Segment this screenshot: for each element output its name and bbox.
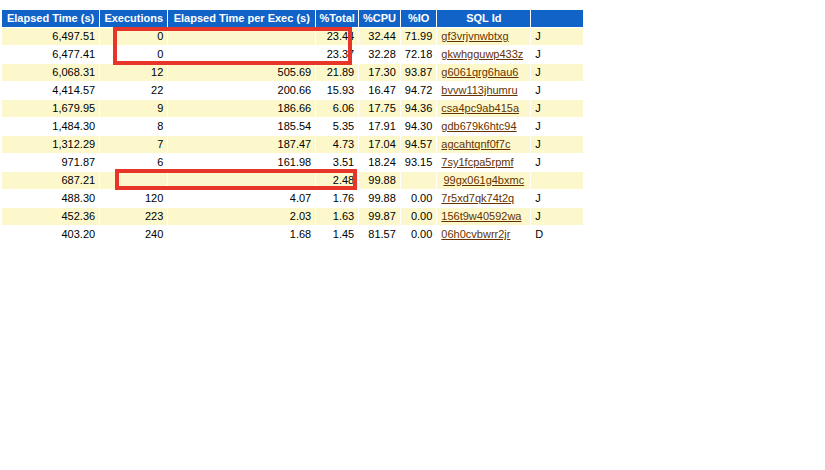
cell-elapsed-per-exec: 2.03 — [168, 208, 315, 225]
table-row: 1,484.308185.545.3517.9194.30gdb679k6htc… — [2, 118, 583, 135]
cell-elapsed-per-exec — [168, 28, 315, 45]
cell-module: J — [531, 118, 583, 135]
cell-pct-io: 93.87 — [401, 64, 437, 81]
sql-id-link[interactable]: gdb679k6htc94 — [441, 120, 516, 132]
cell-module: J — [531, 208, 583, 225]
table-row: 1,679.959186.666.0617.7594.36csa4pc9ab41… — [2, 100, 583, 117]
cell-pct-total: 1.63 — [316, 208, 358, 225]
cell-elapsed-per-exec: 187.47 — [168, 136, 315, 153]
cell-module: D — [531, 226, 583, 243]
cell-elapsed-time: 687.21 — [2, 172, 99, 189]
header-pct-cpu: %CPU — [359, 10, 400, 27]
cell-pct-io: 71.99 — [401, 28, 437, 45]
cell-module: J — [531, 28, 583, 45]
cell-pct-total: 23.44 — [316, 28, 358, 45]
cell-executions: 240 — [100, 226, 167, 243]
cell-executions: 7 — [100, 136, 167, 153]
cell-module: J — [531, 100, 583, 117]
cell-sql-id: g6061qrg6hau6 — [437, 64, 530, 81]
cell-pct-io: 93.15 — [401, 154, 437, 171]
cell-pct-io: 0.00 — [401, 226, 437, 243]
sql-id-link[interactable]: 7sy1fcpa5rpmf — [441, 156, 513, 168]
cell-elapsed-time: 1,484.30 — [2, 118, 99, 135]
cell-pct-cpu: 32.28 — [359, 46, 400, 63]
cell-module — [531, 172, 583, 189]
cell-pct-total: 5.35 — [316, 118, 358, 135]
cell-executions — [100, 172, 167, 189]
cell-pct-cpu: 18.24 — [359, 154, 400, 171]
cell-sql-id: 156t9w40592wa — [437, 208, 530, 225]
cell-elapsed-per-exec: 200.66 — [168, 82, 315, 99]
cell-elapsed-time: 4,414.57 — [2, 82, 99, 99]
cell-sql-id: agcahtqnf0f7c — [437, 136, 530, 153]
cell-pct-cpu: 16.47 — [359, 82, 400, 99]
cell-module: J — [531, 136, 583, 153]
table-row: 971.876161.983.5118.2493.157sy1fcpa5rpmf… — [2, 154, 583, 171]
cell-executions: 0 — [100, 46, 167, 63]
cell-sql-id: 7r5xd7qk74t2q — [437, 190, 530, 207]
header-elapsed-per-exec: Elapsed Time per Exec (s) — [168, 10, 315, 27]
cell-pct-io: 0.00 — [401, 208, 437, 225]
sql-id-link[interactable]: csa4pc9ab415a — [441, 102, 519, 114]
cell-executions: 22 — [100, 82, 167, 99]
sql-id-link[interactable]: g6061qrg6hau6 — [441, 66, 518, 78]
table-row: 687.212.4899.8899gx061g4bxmc — [2, 172, 583, 189]
cell-pct-total: 15.93 — [316, 82, 358, 99]
table-row: 452.362232.031.6399.870.00156t9w40592waJ — [2, 208, 583, 225]
cell-module: J — [531, 154, 583, 171]
cell-pct-io: 94.57 — [401, 136, 437, 153]
sql-id-link[interactable]: 06h0cvbwrr2jr — [441, 228, 510, 240]
cell-sql-id: gf3vrjvnwbtxg — [437, 28, 530, 45]
cell-sql-id: 7sy1fcpa5rpmf — [437, 154, 530, 171]
cell-pct-cpu: 99.87 — [359, 208, 400, 225]
sql-id-link[interactable]: 156t9w40592wa — [441, 210, 521, 222]
sql-id-link[interactable]: gkwhgguwp433z — [441, 48, 523, 60]
cell-sql-id: csa4pc9ab415a — [437, 100, 530, 117]
header-pct-total: %Total — [316, 10, 358, 27]
table-row: 1,312.297187.474.7317.0494.57agcahtqnf0f… — [2, 136, 583, 153]
cell-pct-total: 2.48 — [316, 172, 358, 189]
cell-elapsed-per-exec: 1.68 — [168, 226, 315, 243]
sql-id-link[interactable]: agcahtqnf0f7c — [441, 138, 510, 150]
cell-pct-cpu: 17.75 — [359, 100, 400, 117]
cell-sql-id: 06h0cvbwrr2jr — [437, 226, 530, 243]
cell-executions: 0 — [100, 28, 167, 45]
cell-pct-cpu: 99.88 — [359, 172, 400, 189]
cell-executions: 120 — [100, 190, 167, 207]
cell-pct-total: 4.73 — [316, 136, 358, 153]
cell-elapsed-time: 6,477.41 — [2, 46, 99, 63]
cell-pct-io: 94.72 — [401, 82, 437, 99]
cell-executions: 223 — [100, 208, 167, 225]
cell-sql-id: bvvw113jhumru — [437, 82, 530, 99]
sql-id-link[interactable]: bvvw113jhumru — [441, 84, 517, 96]
table-row: 6,497.51023.4432.4471.99gf3vrjvnwbtxgJ — [2, 28, 583, 45]
sql-ordered-by-elapsed-time-table: Elapsed Time (s) Executions Elapsed Time… — [1, 9, 584, 244]
cell-elapsed-time: 1,679.95 — [2, 100, 99, 117]
report-viewport: Elapsed Time (s) Executions Elapsed Time… — [0, 0, 584, 470]
cell-elapsed-per-exec: 505.69 — [168, 64, 315, 81]
table-row: 4,414.5722200.6615.9316.4794.72bvvw113jh… — [2, 82, 583, 99]
sql-id-link[interactable]: gf3vrjvnwbtxg — [441, 30, 508, 42]
cell-elapsed-time: 488.30 — [2, 190, 99, 207]
cell-pct-cpu: 81.57 — [359, 226, 400, 243]
cell-sql-id: gkwhgguwp433z — [437, 46, 530, 63]
cell-pct-cpu: 17.30 — [359, 64, 400, 81]
cell-pct-cpu: 17.91 — [359, 118, 400, 135]
cell-pct-io: 94.30 — [401, 118, 437, 135]
cell-sql-id: 99gx061g4bxmc — [437, 172, 530, 189]
cell-elapsed-time: 403.20 — [2, 226, 99, 243]
sql-id-link[interactable]: 99gx061g4bxmc — [443, 174, 524, 186]
header-elapsed-time: Elapsed Time (s) — [2, 10, 99, 27]
cell-executions: 8 — [100, 118, 167, 135]
sql-id-link[interactable]: 7r5xd7qk74t2q — [441, 192, 514, 204]
table-row: 488.301204.071.7699.880.007r5xd7qk74t2qJ — [2, 190, 583, 207]
cell-executions: 6 — [100, 154, 167, 171]
header-pct-io: %IO — [401, 10, 437, 27]
cell-elapsed-time: 971.87 — [2, 154, 99, 171]
table-row: 6,477.41023.3732.2872.18gkwhgguwp433zJ — [2, 46, 583, 63]
table-row: 6,068.3112505.6921.8917.3093.87g6061qrg6… — [2, 64, 583, 81]
cell-pct-io: 72.18 — [401, 46, 437, 63]
cell-pct-total: 23.37 — [316, 46, 358, 63]
cell-pct-total: 21.89 — [316, 64, 358, 81]
cell-pct-total: 3.51 — [316, 154, 358, 171]
